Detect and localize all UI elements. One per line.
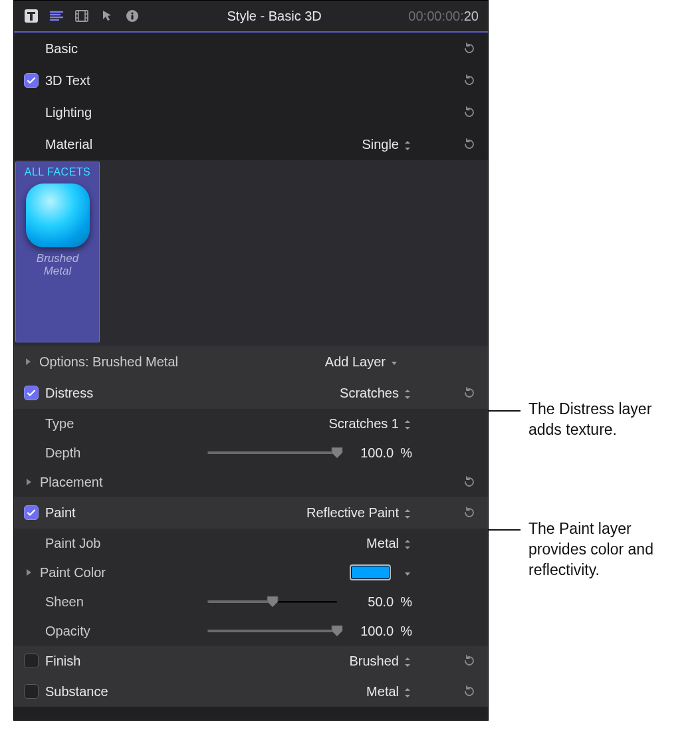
reset-icon[interactable]: [460, 135, 479, 154]
annotation-paint: The Paint layer provides color and refle…: [528, 519, 681, 580]
material-value-dropdown[interactable]: Single: [362, 137, 412, 152]
checkbox-3d-text[interactable]: [24, 73, 39, 88]
material-swatch[interactable]: ALL FACETS Brushed Metal: [15, 162, 100, 342]
opacity-row: Opacity 100.0 %: [14, 616, 488, 646]
updown-icon: [403, 388, 412, 398]
distress-type-row: Type Scratches 1: [14, 409, 488, 438]
distress-label: Distress: [45, 386, 93, 401]
options-row: Options: Brushed Metal Add Layer: [14, 346, 488, 377]
reset-icon[interactable]: [460, 39, 479, 58]
leader-line: [489, 410, 521, 412]
paint-value-dropdown[interactable]: Reflective Paint: [306, 505, 412, 521]
lighting-label: Lighting: [45, 105, 92, 120]
substance-value-dropdown[interactable]: Metal: [366, 684, 412, 699]
distress-row[interactable]: Distress Scratches: [14, 377, 488, 409]
depth-slider[interactable]: [207, 446, 337, 459]
finish-value-dropdown[interactable]: Brushed: [350, 654, 413, 669]
disclosure-triangle-icon[interactable]: [24, 478, 33, 486]
cursor-tab-icon[interactable]: [99, 8, 115, 24]
paint-color-label: Paint Color: [40, 565, 106, 580]
panel-title: Style - Basic 3D: [151, 9, 398, 24]
swatch-preview-sphere: [26, 184, 90, 247]
checkbox-distress[interactable]: [24, 386, 39, 400]
updown-icon: [403, 418, 412, 429]
distress-depth-row: Depth 100.0 %: [14, 438, 488, 467]
swatch-name-line1: Brushed: [37, 253, 78, 265]
paint-job-row: Paint Job Metal: [14, 529, 488, 558]
distress-type-label: Type: [45, 416, 74, 431]
depth-value[interactable]: 100.0 %: [344, 445, 412, 461]
leader-line: [489, 529, 521, 531]
paint-label: Paint: [45, 505, 76, 521]
material-label: Material: [45, 137, 92, 152]
reset-icon[interactable]: [460, 103, 479, 122]
updown-icon: [403, 686, 412, 697]
disclosure-triangle-icon[interactable]: [23, 358, 33, 366]
distress-depth-label: Depth: [45, 445, 80, 461]
chevron-down-icon[interactable]: [403, 567, 412, 578]
reset-icon[interactable]: [460, 473, 479, 491]
sheen-label: Sheen: [45, 594, 84, 610]
sheen-row: Sheen 50.0 %: [14, 587, 488, 616]
swatch-header: ALL FACETS: [25, 166, 91, 178]
reset-icon[interactable]: [460, 384, 479, 402]
annotation-distress: The Distress layer adds texture.: [528, 399, 688, 440]
checkbox-paint[interactable]: [24, 505, 39, 520]
placement-row[interactable]: Placement: [14, 467, 488, 497]
opacity-value[interactable]: 100.0 %: [344, 624, 412, 639]
updown-icon: [403, 656, 412, 666]
placement-label: Placement: [40, 475, 103, 490]
reset-icon[interactable]: [460, 71, 479, 90]
opacity-slider[interactable]: [207, 624, 337, 638]
checkbox-finish[interactable]: [24, 654, 39, 668]
chevron-down-icon: [390, 356, 399, 367]
paragraph-tab-icon[interactable]: [49, 8, 64, 24]
checkbox-substance[interactable]: [24, 684, 39, 699]
add-layer-dropdown[interactable]: Add Layer: [325, 354, 399, 370]
substance-row[interactable]: Substance Metal: [14, 676, 488, 707]
opacity-label: Opacity: [45, 624, 90, 639]
paint-row[interactable]: Paint Reflective Paint: [14, 497, 488, 529]
section-material[interactable]: Material Single: [14, 128, 488, 160]
slider-thumb-icon[interactable]: [267, 596, 279, 608]
distress-type-dropdown[interactable]: Scratches 1: [328, 416, 412, 431]
material-preview-well: ALL FACETS Brushed Metal: [14, 160, 488, 346]
sheen-slider[interactable]: [207, 595, 337, 608]
paint-color-row: Paint Color: [14, 558, 488, 587]
updown-icon: [403, 507, 412, 518]
inspector-panel: Style - Basic 3D 00:00:00:20 Basic 3D Te…: [13, 0, 489, 721]
paint-color-well[interactable]: [350, 564, 391, 580]
inspector-toolbar: Style - Basic 3D 00:00:00:20: [14, 1, 488, 33]
swatch-name-line2: Metal: [44, 265, 72, 278]
updown-icon: [403, 139, 412, 150]
distress-value-dropdown[interactable]: Scratches: [340, 386, 412, 401]
3d-text-label: 3D Text: [45, 73, 90, 88]
updown-icon: [403, 538, 412, 549]
basic-label: Basic: [45, 41, 78, 57]
sheen-value[interactable]: 50.0 %: [344, 594, 412, 610]
slider-thumb-icon[interactable]: [331, 447, 343, 459]
finish-row[interactable]: Finish Brushed: [14, 646, 488, 676]
reset-icon[interactable]: [460, 503, 479, 522]
info-tab-icon[interactable]: [124, 8, 140, 24]
slider-thumb-icon[interactable]: [331, 625, 343, 637]
paint-job-dropdown[interactable]: Metal: [366, 536, 412, 551]
substance-label: Substance: [45, 684, 108, 699]
reset-icon[interactable]: [460, 652, 479, 670]
disclosure-triangle-icon[interactable]: [24, 568, 33, 576]
text-tab-icon[interactable]: [23, 8, 39, 24]
timecode[interactable]: 00:00:00:20: [408, 9, 479, 24]
reset-icon[interactable]: [460, 682, 479, 701]
paint-job-label: Paint Job: [45, 536, 100, 551]
options-label: Options: Brushed Metal: [39, 354, 178, 370]
section-basic[interactable]: Basic: [14, 33, 488, 64]
video-tab-icon[interactable]: [74, 8, 90, 24]
section-lighting[interactable]: Lighting: [14, 96, 488, 128]
section-3d-text[interactable]: 3D Text: [14, 64, 488, 96]
finish-label: Finish: [45, 654, 80, 669]
